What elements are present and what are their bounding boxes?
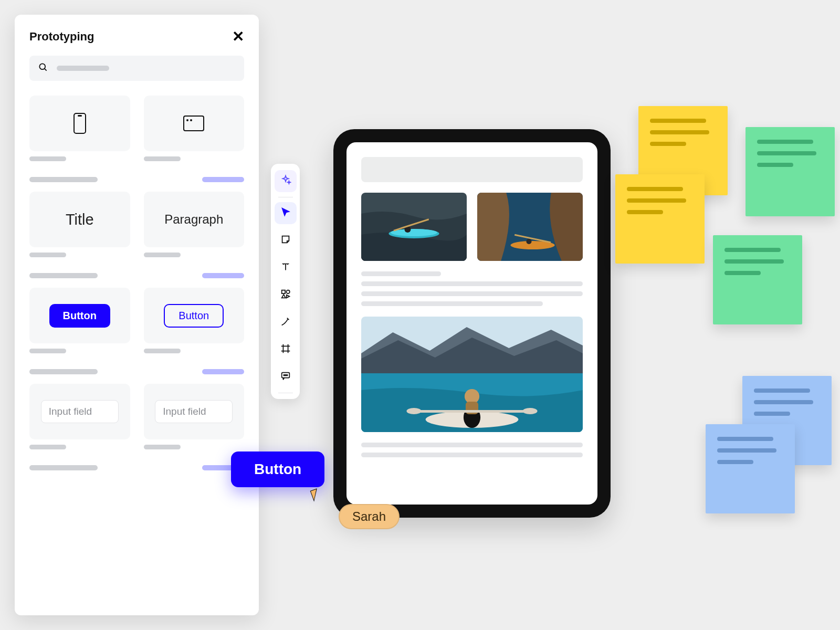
tool-cursor[interactable] (275, 202, 297, 224)
outline-button[interactable]: Button (164, 304, 224, 328)
shapes-icon (280, 288, 291, 302)
sticky-note-icon (280, 234, 291, 247)
text-placeholder (361, 453, 583, 457)
section-heading (29, 177, 98, 182)
svg-point-5 (284, 375, 285, 376)
pen-icon (280, 316, 291, 329)
svg-line-1 (45, 69, 47, 71)
section-link[interactable] (202, 177, 244, 182)
search-icon (38, 62, 48, 75)
text-placeholder (361, 443, 583, 447)
toolbar-separator (278, 197, 293, 197)
card-label (29, 156, 66, 161)
primary-button[interactable]: Button (49, 304, 110, 328)
card-label (144, 253, 181, 257)
svg-point-0 (39, 64, 45, 69)
section-heading (29, 273, 98, 278)
sticky-note[interactable] (713, 235, 802, 324)
card-text: Paragraph (164, 212, 223, 227)
sticky-line (754, 400, 813, 404)
text-icon (280, 261, 291, 275)
card-label (29, 445, 66, 449)
component-card-button-outline[interactable]: Button (144, 288, 245, 343)
sticky-note[interactable] (706, 424, 795, 513)
card-text: Title (66, 211, 94, 228)
svg-point-24 (406, 408, 421, 414)
section-link[interactable] (202, 273, 244, 278)
svg-point-25 (522, 408, 537, 414)
sticky-line (627, 187, 683, 191)
text-placeholder (361, 291, 583, 296)
sticky-line (724, 271, 761, 275)
svg-point-6 (285, 375, 286, 376)
sticky-line (717, 460, 753, 464)
window-icon (183, 116, 204, 131)
component-card-input-a[interactable]: Input field (29, 384, 130, 439)
sticky-line (754, 412, 790, 416)
toolbar (271, 164, 300, 399)
toolbar-separator (278, 393, 293, 393)
hero-placeholder (361, 157, 583, 182)
sticky-note[interactable] (746, 127, 835, 216)
sticky-line (757, 163, 793, 167)
sticky-line (717, 448, 776, 453)
svg-rect-23 (414, 410, 530, 413)
tool-frame[interactable] (275, 339, 297, 361)
tablet-screen (346, 142, 597, 505)
card-label (29, 349, 66, 353)
tool-sticky[interactable] (275, 229, 297, 251)
sticky-line (757, 140, 813, 144)
input-field[interactable]: Input field (41, 400, 119, 423)
tool-comment[interactable] (275, 366, 297, 388)
svg-point-15 (526, 239, 531, 244)
collaborator-tag: Sarah (339, 504, 400, 529)
text-placeholder (361, 301, 543, 306)
card-label (144, 156, 181, 161)
mock-image-kayak-2 (477, 193, 583, 261)
svg-point-21 (465, 389, 479, 404)
tool-sparkle[interactable] (275, 170, 297, 192)
section-link[interactable] (202, 369, 244, 374)
sticky-line (627, 198, 686, 203)
prototyping-panel: Prototyping ✕ Title (15, 15, 259, 615)
svg-point-7 (286, 375, 287, 376)
tool-shapes[interactable] (275, 284, 297, 306)
card-label (29, 253, 66, 257)
collaborator-cursor-icon (310, 488, 321, 501)
input-field[interactable]: Input field (155, 400, 233, 423)
component-card-title[interactable]: Title (29, 192, 130, 247)
search-placeholder (57, 66, 109, 71)
tablet-mockup (333, 129, 611, 518)
section-heading (29, 369, 98, 374)
search-input[interactable] (29, 56, 244, 81)
component-card-paragraph[interactable]: Paragraph (144, 192, 245, 247)
phone-icon (74, 113, 86, 134)
mock-image-kayak-1 (361, 193, 467, 261)
dragged-button[interactable]: Button (231, 452, 324, 487)
sticky-line (650, 142, 686, 146)
component-card-input-b[interactable]: Input field (144, 384, 245, 439)
tool-text[interactable] (275, 257, 297, 279)
card-label (144, 349, 181, 353)
tool-pen[interactable] (275, 311, 297, 333)
frame-icon (280, 343, 291, 356)
section-heading (29, 465, 98, 470)
text-placeholder (361, 281, 583, 286)
sticky-note[interactable] (615, 174, 705, 264)
sticky-line (724, 259, 784, 264)
component-card-phone[interactable] (29, 96, 130, 151)
component-card-button-primary[interactable]: Button (29, 288, 130, 343)
sticky-line (650, 130, 709, 134)
panel-title: Prototyping (29, 30, 94, 44)
sticky-line (627, 210, 663, 214)
svg-point-3 (286, 290, 289, 293)
text-placeholder (361, 271, 441, 276)
mock-image-kayak-large (361, 317, 583, 432)
svg-rect-2 (281, 290, 285, 293)
close-button[interactable]: ✕ (232, 29, 244, 44)
card-label (144, 445, 181, 449)
component-card-window[interactable] (144, 96, 245, 151)
sticky-line (650, 119, 706, 123)
comment-icon (280, 370, 291, 384)
sparkle-icon (280, 174, 291, 188)
